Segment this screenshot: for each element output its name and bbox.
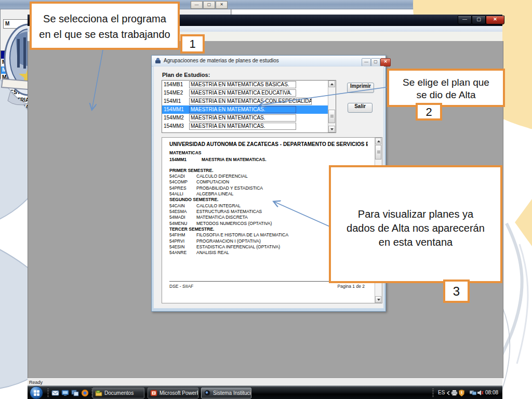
plan-name: MAESTRIA EN MATEMATICAS.	[189, 114, 296, 122]
taskbar-button-powerpoint[interactable]: Microsoft PowerPoi...	[148, 388, 198, 398]
yellow-wedge-decoration	[515, 199, 532, 246]
tray-collapse-chevron-icon[interactable]	[446, 391, 450, 395]
course-name: COMPUTACION	[196, 179, 229, 184]
scroll-down-icon[interactable]	[375, 296, 381, 303]
course-code: 54MADI	[169, 215, 185, 220]
quick-launch-show-desktop-icon[interactable]	[61, 389, 69, 397]
close-icon: ✕	[493, 17, 497, 22]
plan-row[interactable]: 154MM3 MAESTRIA EN MATEMATICAS.	[162, 122, 336, 130]
scrollbar-thumb[interactable]	[375, 145, 381, 159]
preview-header: UNIVERSIDAD AUTONOMA DE ZACATECAS - DEPA…	[169, 141, 368, 147]
course-name: ESTADISTICA INFERENCIAL (OPTATIVA)	[196, 244, 280, 249]
plan-list-scrollbar[interactable]	[328, 81, 336, 132]
clock[interactable]: 08:08 p.m.	[485, 386, 502, 399]
maximize-button[interactable]: ▢	[472, 16, 486, 24]
taskbar-grip[interactable]	[432, 389, 434, 397]
close-icon: ✕	[220, 2, 223, 7]
quick-launch-media-player-icon[interactable]	[81, 389, 89, 397]
plan-name: MAESTRIA EN MATEMATICAS.	[189, 106, 296, 113]
course-name: ANALISIS REAL	[196, 250, 229, 255]
taskbar-grip[interactable]	[47, 389, 49, 397]
step-number-1: 1	[180, 34, 205, 54]
callout-view-plans: Para visualizar planes ya dados de Alta …	[329, 165, 502, 283]
program-code: 154MM1	[169, 156, 187, 163]
taskbar-button-sistema[interactable]: Sistema Instituciona...	[201, 388, 251, 398]
course-code: 54ESIN	[169, 244, 184, 250]
plan-row[interactable]: 154MI1 MAESTRIA EN MATEMATICAS CON ESPEC…	[162, 97, 336, 105]
course-code: 54ESMA	[169, 209, 187, 215]
imprimir-button[interactable]: Imprimir	[347, 83, 374, 93]
plans-maximize-button[interactable]: ▢	[371, 58, 380, 66]
maximize-icon: ▢	[476, 17, 481, 22]
plans-window-titlebar[interactable]: Agrupacioones de materias de planes de e…	[152, 56, 385, 66]
step-number-2: 2	[416, 103, 442, 121]
plan-code: 154MM3	[164, 123, 188, 129]
plans-minimize-button[interactable]: —	[362, 58, 371, 66]
scroll-down-icon[interactable]	[328, 126, 335, 132]
close-icon: ✕	[384, 59, 388, 64]
scroll-up-icon[interactable]	[375, 138, 381, 144]
step-number-3: 3	[443, 280, 470, 303]
plan-code: 154MM2	[164, 115, 188, 121]
language-indicator[interactable]: ES	[438, 386, 445, 399]
plan-name: MAESTRIA EN MATEMATICA EDUCATIVA.	[189, 89, 296, 97]
course-name: CALCULO INTEGRAL	[196, 203, 241, 208]
selection-maximize-button[interactable]: ▢	[203, 1, 215, 9]
printer-icon[interactable]	[451, 390, 458, 396]
course-name: CALCULO DIFERENCIAL	[196, 174, 248, 179]
taskbar-button-documentos[interactable]: Documentos	[92, 388, 144, 398]
minimize-icon: —	[195, 2, 199, 7]
course-name: PROBABILIDAD Y ESTADISTICA	[196, 185, 263, 191]
plan-listbox[interactable]: 154MB1 MAESTRIA EN MATEMATICAS BASICAS. …	[162, 80, 336, 133]
plan-name: MAESTRIA EN MATEMATICAS.	[189, 123, 296, 130]
selection-minimize-button[interactable]: —	[191, 1, 203, 9]
scrollbar-thumb[interactable]	[328, 110, 335, 123]
network-icon[interactable]	[470, 390, 476, 396]
plan-code: 154MI1	[164, 98, 188, 104]
plan-row[interactable]: 154MB1 MAESTRIA EN MATEMATICAS BASICAS.	[162, 81, 336, 89]
plan-name: MAESTRIA EN MATEMATICAS BASICAS.	[189, 81, 296, 88]
selection-close-button[interactable]: ✕	[216, 1, 228, 9]
start-button[interactable]	[30, 386, 43, 399]
minimize-button[interactable]: —	[458, 16, 472, 24]
minimize-icon: —	[462, 17, 467, 22]
maximize-icon: ▢	[207, 2, 211, 7]
plan-name: MAESTRIA EN MATEMATICAS CON ESPECIALIDAD…	[189, 98, 312, 105]
course-code: 54PRES	[169, 185, 187, 191]
taskbar-button-label: Sistema Instituciona...	[213, 390, 251, 396]
windows-logo-icon	[34, 390, 39, 396]
quick-launch-mail-icon[interactable]	[51, 389, 59, 397]
status-text: Ready	[29, 380, 43, 385]
course-code: 54MENU	[169, 221, 187, 227]
volume-muted-icon[interactable]	[477, 390, 484, 396]
salir-button[interactable]: Salir	[348, 103, 373, 113]
course-name: METODOS NUMERICOS (OPTATIVA)	[196, 221, 272, 226]
maximize-icon: ▢	[374, 59, 378, 64]
taskbar-button-label: Microsoft PowerPoi...	[159, 390, 198, 396]
plan-code: 154ME2	[164, 90, 188, 96]
preview-footer: DSE - SIIAF Pagina 1 de 2	[169, 284, 365, 289]
callout-text-line: Para visualizar planes ya	[331, 207, 500, 221]
course-name: FILOSOFIA E HISTORIA DE LA MATEMATICA	[196, 232, 288, 237]
program-name: MAESTRIA EN MATEMATICAS.	[202, 157, 267, 162]
security-shield-icon[interactable]	[459, 390, 464, 396]
course-name: ALGEBRA LINEAL	[196, 191, 233, 196]
plan-row-selected[interactable]: 154MM1 MAESTRIA EN MATEMATICAS.	[162, 105, 336, 114]
feather-swirl-decoration-2	[517, 244, 528, 364]
close-button[interactable]: ✕	[486, 16, 504, 24]
window-icon	[155, 58, 161, 64]
scroll-up-icon[interactable]	[328, 81, 335, 87]
course-code: 54CADI	[169, 174, 185, 179]
quick-launch-switch-windows-icon[interactable]	[71, 389, 79, 397]
plan-code: 154MB1	[164, 82, 188, 87]
callout-select-program: Se selecciona el programa en el que se e…	[30, 2, 180, 50]
course-code: 54COMP	[169, 179, 188, 185]
plan-row[interactable]: 154ME2 MAESTRIA EN MATEMATICA EDUCATIVA.	[162, 89, 336, 97]
status-bar: Ready	[28, 378, 502, 385]
plans-close-button[interactable]: ✕	[380, 58, 391, 66]
course-code: 54ALLI	[169, 191, 183, 197]
plan-row[interactable]: 154MM2 MAESTRIA EN MATEMATICAS.	[162, 114, 336, 122]
window-title: Agrupacioones de materias de planes de e…	[164, 56, 279, 66]
powerpoint-icon	[150, 390, 157, 396]
course-code: 54CAIN	[169, 203, 185, 209]
